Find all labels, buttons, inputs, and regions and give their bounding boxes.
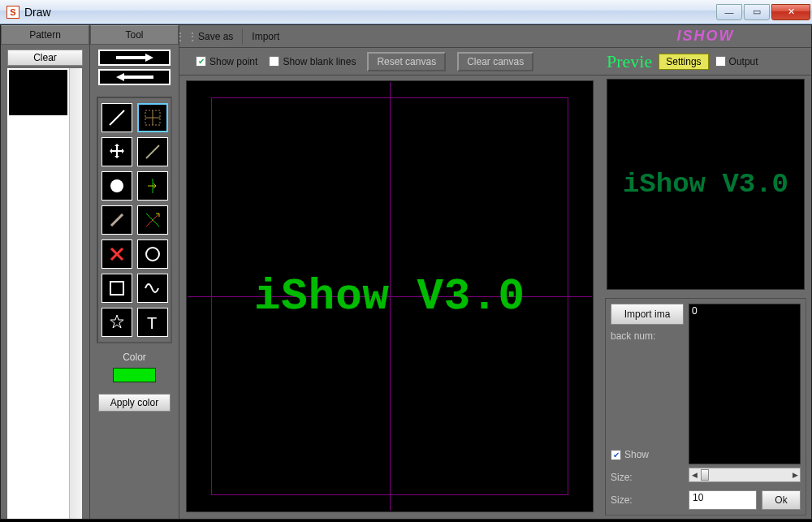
window-titlebar: S Draw — ▭ ✕ (0, 0, 812, 24)
brand-label: ISHOW (600, 25, 811, 48)
app-icon: S (6, 6, 19, 19)
tool-circle[interactable] (137, 239, 168, 269)
pattern-list[interactable]: 0 (7, 68, 82, 519)
import-image-button[interactable]: Import ima (611, 304, 684, 325)
options-toolbar: ✔ Show point Show blank lines Reset canv… (179, 48, 600, 75)
tool-rectangle[interactable] (102, 274, 132, 303)
tool-wave[interactable] (137, 274, 168, 303)
color-label: Color (97, 352, 172, 363)
toolbar-separator (242, 28, 243, 45)
lower-settings: Import ima 0 back num: ✔ Show Size: ◀ ▶ … (605, 298, 806, 516)
size-input[interactable]: 10 (689, 490, 757, 510)
output-checkbox[interactable]: Output (715, 56, 758, 67)
preview-box: iShow V3.0 (607, 79, 805, 290)
ok-button[interactable]: Ok (762, 490, 801, 510)
pattern-item[interactable] (9, 70, 67, 115)
main-toolbar: ⋮⋮ Save as Import (179, 25, 600, 48)
color-swatch[interactable] (113, 368, 156, 382)
canvas-content-text: iShow V3.0 (187, 272, 593, 321)
size-input-label: Size: (611, 490, 684, 510)
back-num-label: back num: (611, 328, 684, 344)
pattern-scrollbar[interactable] (69, 68, 82, 519)
checkbox-icon: ✔ (611, 450, 621, 460)
import-button[interactable]: Import (244, 28, 287, 45)
svg-point-12 (146, 248, 159, 261)
tool-point-arrow[interactable] (137, 171, 168, 201)
checkbox-icon (269, 56, 279, 67)
svg-line-4 (146, 145, 159, 158)
toolbar-grip-icon: ⋮⋮ (183, 28, 191, 45)
show-point-checkbox[interactable]: ✔ Show point (196, 56, 257, 67)
pattern-item-label: 0 (11, 70, 17, 81)
output-label: Output (729, 56, 758, 67)
tool-text[interactable]: T (137, 308, 168, 337)
pattern-header: Pattern (1, 25, 89, 45)
size-slider-label: Size: (611, 468, 684, 487)
right-panel: ISHOW Previe Settings Output iShow V3.0 … (600, 25, 811, 519)
tool-grid-select[interactable] (137, 103, 168, 132)
pattern-panel: Pattern Clear 0 (1, 25, 90, 519)
clear-pattern-button[interactable]: Clear (7, 50, 83, 66)
show-checkbox[interactable]: ✔ Show (611, 445, 684, 464)
tool-filled-circle[interactable] (102, 171, 132, 201)
center-panel: ⋮⋮ Save as Import ✔ Show point Show blan… (179, 25, 600, 519)
svg-line-7 (111, 214, 123, 226)
thumb-label: 0 (692, 305, 698, 317)
show-label: Show (624, 449, 649, 460)
window-title: Draw (24, 6, 51, 19)
prev-arrow-button[interactable] (98, 69, 171, 85)
svg-line-0 (110, 110, 124, 125)
save-as-button[interactable]: Save as (191, 28, 240, 45)
tool-delete[interactable] (102, 239, 132, 269)
close-button[interactable]: ✕ (771, 4, 810, 20)
svg-text:T: T (147, 314, 157, 332)
canvas[interactable]: iShow V3.0 (186, 80, 594, 512)
tool-cross-arrow[interactable] (137, 205, 168, 235)
slider-right-arrow-icon[interactable]: ▶ (790, 471, 800, 479)
tool-diagonal-line[interactable] (137, 137, 168, 166)
settings-button[interactable]: Settings (659, 54, 708, 70)
svg-rect-13 (110, 282, 123, 295)
slider-thumb[interactable] (701, 469, 709, 481)
maximize-button[interactable]: ▭ (744, 4, 770, 20)
tool-header: Tool (90, 25, 179, 45)
checkbox-icon: ✔ (196, 56, 206, 67)
tool-grid: T (97, 97, 172, 343)
tool-line[interactable] (102, 103, 132, 132)
background-thumb[interactable]: 0 (689, 304, 801, 464)
show-blank-label: Show blank lines (283, 56, 356, 67)
tool-panel: Tool T Color Apply color (90, 25, 179, 519)
tool-star[interactable] (102, 308, 132, 337)
apply-color-button[interactable]: Apply color (98, 394, 171, 412)
minimize-button[interactable]: — (716, 4, 742, 20)
tool-brush[interactable] (102, 205, 132, 235)
slider-left-arrow-icon[interactable]: ◀ (689, 471, 699, 479)
reset-canvas-button[interactable]: Reset canvas (367, 52, 446, 71)
size-slider[interactable]: ◀ ▶ (689, 468, 801, 482)
checkbox-icon (715, 56, 726, 67)
clear-canvas-button[interactable]: Clear canvas (457, 52, 533, 71)
preview-text: iShow V3.0 (623, 169, 788, 200)
svg-point-5 (110, 179, 123, 192)
preview-label: Previe (607, 51, 652, 72)
tool-move[interactable] (102, 137, 132, 166)
show-point-label: Show point (209, 56, 257, 67)
show-blank-checkbox[interactable]: Show blank lines (269, 56, 356, 67)
next-arrow-button[interactable] (98, 50, 171, 66)
